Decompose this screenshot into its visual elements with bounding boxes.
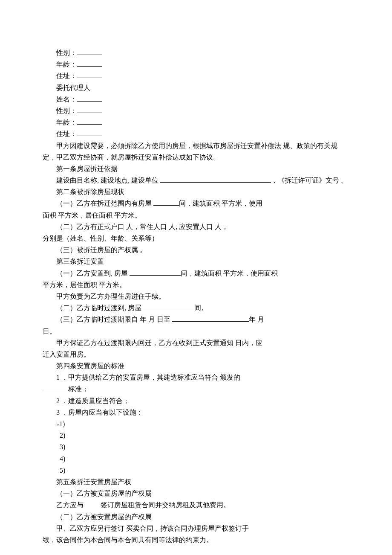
article5-item1b-pre: 乙方应与 (56, 501, 84, 509)
music-note-icon: ♭ (56, 421, 59, 427)
age-line: 年龄： (43, 58, 349, 70)
article2-item2b: 分别是（姓名、性别、年龄、关系等） (43, 232, 349, 244)
article4-sub5: 5) (43, 465, 349, 476)
article2-item2b-text: 分别是（姓名、性别、年龄、关系等） (43, 235, 159, 242)
address-line-2: 住址： (43, 128, 349, 139)
article5-item2-text: （二）乙方被安置房屋的产权属 (56, 513, 152, 520)
article2-item1c-text: 面积 平方米，居住面积 平方米。 (43, 212, 141, 219)
article5-title-text: 第五条拆迁安置房屋产权 (56, 478, 131, 485)
article3-title: 第三条拆迁安置 (43, 256, 349, 267)
article2-item3: （三）被拆迁房屋的产权属 。 (43, 244, 349, 256)
article3-item3c-text: 日。 (43, 328, 56, 335)
article2-title-text: 第二条被拆除房屋现状 (56, 188, 124, 195)
article4-title-text: 第四条安置房屋的标准 (56, 362, 124, 369)
article3-item1c: 平方米，居住面积 平方米。 (43, 279, 349, 291)
article5-item2c: 续，该合同作为本合同与本合同具有同等法律的约束力。 (43, 534, 349, 546)
article4-sub1-text: 1) (59, 420, 65, 427)
article5-item1b-post: 签订房屋租赁合同并交纳房租及其他费用。 (101, 501, 230, 509)
article4-item3-text: 3 ．房屋内应当有以下设施： (56, 409, 143, 416)
article4-sub5-text: 5) (60, 467, 65, 474)
blank (77, 117, 102, 125)
article4-item1b: 标准； (43, 383, 349, 395)
name-label: 姓名： (56, 96, 77, 103)
article3-item3: （三）乙方临时过渡期限自 年 月 日至 年 月 (43, 314, 349, 325)
article4-sub2: 2) (43, 430, 349, 441)
article5-item1-text: （一）乙方被安置房屋的产权属 (56, 490, 152, 497)
gender-label: 性别： (56, 49, 77, 56)
article1-title-text: 第一条房屋拆迁依据 (56, 165, 118, 172)
article3-item1a: （一）乙方安置到, 房屋 (56, 270, 130, 277)
article3-item3e-text: 迁入安置用房。 (43, 351, 90, 358)
age-line-2: 年龄： (43, 116, 349, 128)
blank (143, 303, 194, 311)
article3-item3a: （三）乙方临时过渡期限自 年 月 日至 (56, 316, 172, 323)
blank (43, 384, 68, 392)
article1-content: 建设曲目名称, 建设地点, 建设单位 ，《拆迁许可证》文号 。 (43, 174, 349, 186)
age-label-2: 年龄： (56, 119, 77, 126)
article3-item1c-text: 平方米，居住面积 平方米。 (43, 281, 126, 288)
article5-item1: （一）乙方被安置房屋的产权属 (43, 488, 349, 499)
article4-sub3-text: 3) (60, 443, 65, 450)
address-label: 住址： (56, 72, 77, 79)
article5-item2b: 甲、乙双方应另行签订 买卖合同，持该合同办理房屋产权签订手 (43, 523, 349, 534)
article5-item2c-text: 续，该合同作为本合同与本合同具有同等法律的约束力。 (43, 536, 213, 543)
article2-item3-text: （三）被拆迁房屋的产权属 。 (56, 246, 147, 253)
article5-item1b: 乙方应与签订房屋租赁合同并交纳房租及其他费用。 (43, 499, 349, 511)
article1-content-a: 建设曲目名称, 建设地点, 建设单位 (56, 177, 160, 184)
article3-item3e: 迁入安置用房。 (43, 349, 349, 360)
gender-label-2: 性别： (56, 107, 77, 114)
article2-item1-a: （一）乙方在拆迁范围内有房屋 (56, 200, 153, 207)
article5-item2: （二）乙方被安置房屋的产权属 (43, 511, 349, 523)
article3-item3c: 日。 (43, 325, 349, 337)
article1-title: 第一条房屋拆迁依据 (43, 163, 349, 174)
article3-item1b: 间，建筑面积 平方米，使用面积 (181, 270, 278, 277)
article5-title: 第五条拆迁安置房屋产权 (43, 476, 349, 488)
article4-item2-text: 2 ．建造质量应当符合； (56, 397, 130, 404)
article3-item1d-text: 甲方负责为乙方办理住房进住手续。 (56, 293, 165, 300)
article4-sub2-text: 2) (60, 432, 65, 439)
address-line: 住址： (43, 70, 349, 81)
article3-title-text: 第三条拆迁安置 (56, 258, 104, 265)
article2-title: 第二条被拆除房屋现状 (43, 186, 349, 198)
gender-line: 性别： (43, 47, 349, 58)
article3-item2a: （二）乙方临时过渡到, 房屋 (56, 304, 143, 311)
blank (77, 129, 102, 137)
blank (153, 198, 179, 206)
article3-item2: （二）乙方临时过渡到, 房屋 间。 (43, 302, 349, 314)
blank (77, 94, 102, 102)
article3-item2b: 间。 (194, 304, 208, 311)
blank (130, 268, 181, 276)
blank (172, 314, 249, 322)
article4-item1: 1 ．甲方提供给乙方的安置房屋，其建造标准应当符合 颁发的 (43, 372, 349, 383)
article4-sub1: ♭1) (43, 418, 349, 430)
article2-item1-b: 间，建筑面积 平方米，使用 (179, 200, 262, 207)
blank (77, 47, 102, 55)
preamble: 甲方因建设需要，必须拆除乙方使用的房屋，根据城市房屋拆迁安置补偿法 规、政策的有… (43, 140, 349, 163)
article4-item2: 2 ．建造质量应当符合； (43, 395, 349, 407)
article2-item1c: 面积 平方米，居住面积 平方米。 (43, 209, 349, 221)
article4-item1b-text: 标准； (68, 385, 89, 392)
blank (77, 59, 102, 67)
article3-item3d: 甲方保证乙方在过渡期限内回迁，乙方在收到正式安置通知 日内，应 (43, 337, 349, 349)
article3-item3b: 年 月 (249, 316, 264, 323)
blank (77, 105, 102, 113)
blank (84, 500, 101, 508)
blank (77, 71, 102, 78)
article4-sub4-text: 4) (60, 455, 65, 462)
name-line: 姓名： (43, 93, 349, 105)
article4-item3: 3 ．房屋内应当有以下设施： (43, 407, 349, 418)
article1-content-b: ，《拆迁许可证》文号 。 (271, 177, 348, 184)
article2-item2-text: （二）乙方有正式户口 人，常住人口 人, 应安置人口 人， (56, 223, 228, 230)
preamble-text: 甲方因建设需要，必须拆除乙方使用的房屋，根据城市房屋拆迁安置补偿法 规、政策的有… (43, 142, 337, 161)
article2-item1: （一）乙方在拆迁范围内有房屋 间，建筑面积 平方米，使用 (43, 198, 349, 209)
agent-line: 委托代理人 (43, 82, 349, 93)
article3-item1: （一）乙方安置到, 房屋 间，建筑面积 平方米，使用面积 (43, 267, 349, 279)
agent-label: 委托代理人 (56, 84, 90, 91)
article3-item1d: 甲方负责为乙方办理住房进住手续。 (43, 291, 349, 302)
address-label-2: 住址： (56, 130, 77, 137)
article3-item3d-text: 甲方保证乙方在过渡期限内回迁，乙方在收到正式安置通知 日内，应 (56, 339, 262, 346)
article4-sub4: 4) (43, 453, 349, 465)
article2-item2: （二）乙方有正式户口 人，常住人口 人, 应安置人口 人， (43, 221, 349, 232)
age-label: 年龄： (56, 61, 77, 68)
article4-sub3: 3) (43, 441, 349, 453)
